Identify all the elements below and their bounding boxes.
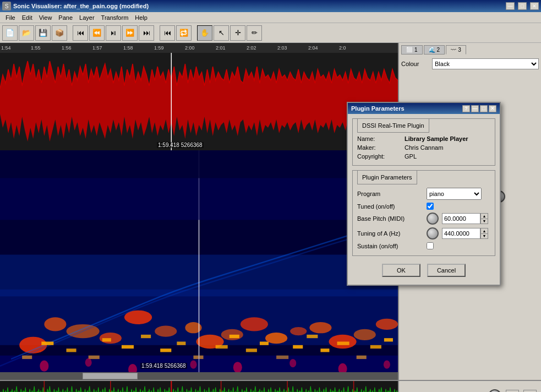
layer-1-icon: ⬜ [406,47,413,53]
loop-button[interactable]: 🔁 [176,25,192,41]
tuned-checkbox[interactable] [427,203,434,210]
dssi-group: DSSI Real-Time Plugin Name: Library Samp… [352,118,495,166]
time-tick-7: 2:01 [216,45,226,51]
save-button[interactable]: 💾 [35,25,51,41]
time-tick-10: 2:04 [308,45,318,51]
dialog-minimize-button[interactable]: — [471,105,479,112]
overview-wave[interactable] [0,381,398,392]
toolbar: 📄 📂 💾 📦 ⏮ ⏪ ⏯ ⏩ ⏭ ⏮ 🔁 ✋ ↖ ✛ ✏ [0,23,541,43]
tuning-spin-down-icon[interactable]: ▼ [481,234,488,239]
spectrogram-scrollbar[interactable] [0,372,398,380]
menu-bar: File Edit View Pane Layer Transform Help [0,12,541,23]
dialog-footer: OK Cancel [352,260,495,280]
minimize-button[interactable]: — [506,2,515,10]
base-pitch-spin: ▲ ▼ [442,213,488,224]
svg-rect-34 [260,342,269,345]
svg-rect-29 [177,342,185,345]
svg-rect-27 [141,335,151,338]
svg-rect-38 [320,349,329,352]
close-button[interactable]: ✕ [530,2,539,10]
svg-rect-37 [307,335,318,338]
select-tool-button[interactable]: ↖ [214,25,229,41]
svg-point-6 [44,317,66,331]
base-pitch-knob[interactable] [427,213,439,225]
window-title: Sonic Visualiser: after_the_pain.ogg (mo… [13,3,502,9]
title-bar: S Sonic Visualiser: after_the_pain.ogg (… [0,0,541,12]
dssi-group-label: DSSI Real-Time Plugin [357,118,429,133]
tuning-a-knob[interactable] [427,227,439,239]
fast-forward-button[interactable]: ⏩ [122,25,138,41]
dialog-maximize-button[interactable]: □ [480,105,488,112]
time-tick-4: 1:58 [123,45,133,51]
open-button[interactable]: 📂 [19,25,34,41]
record-start-button[interactable]: ⏮ [160,25,175,41]
layer-tab-2[interactable]: 🌊 2 [424,45,445,55]
cancel-button[interactable]: Cancel [427,264,466,277]
copyright-label: Copyright: [357,153,401,160]
program-label: Program [357,190,423,197]
params-group-label: Plugin Parameters [357,170,417,184]
spectrogram-canvas[interactable]: 1:59.418 5266368 [0,150,398,380]
base-pitch-row: Base Pitch (MIDI) ▲ ▼ [357,213,490,225]
dialog-help-button[interactable]: ? [462,105,470,112]
svg-rect-25 [102,338,111,341]
name-value: Library Sample Player [405,135,468,142]
time-tick-6: 2:00 [185,45,195,51]
maximize-button[interactable]: □ [518,2,527,10]
ok-button[interactable]: OK [382,264,420,277]
play-pause-button[interactable]: ⏯ [106,25,121,41]
new-button[interactable]: 📄 [2,25,18,41]
waveform-canvas[interactable]: 1:54 1:55 1:56 1:57 1:58 1:59 2:00 2:01 … [0,43,398,150]
layer-tab-3[interactable]: 〰 3 [446,45,466,55]
tuning-spin-up-icon[interactable]: ▲ [481,228,488,234]
dialog-close-button[interactable]: ✕ [489,105,496,112]
menu-help[interactable]: Help [132,13,151,22]
time-tick-3: 1:57 [92,45,102,51]
menu-file[interactable]: File [2,13,19,22]
menu-transform[interactable]: Transform [98,13,132,22]
program-select[interactable]: piano organ strings brass [427,188,482,200]
spectrogram-position-label: 1:59.418 5266368 [140,363,187,369]
svg-point-10 [155,325,177,336]
waveform-display[interactable]: // Generate waveform path - we'll do thi… [0,53,398,150]
overview-hash-btn[interactable]: # [506,390,519,393]
layer-tab-1[interactable]: ⬜ 1 [401,45,423,55]
draw-tool-button[interactable]: ✏ [247,25,262,41]
base-pitch-input[interactable] [442,213,480,224]
svg-rect-45 [0,150,398,178]
svg-rect-26 [122,345,134,349]
svg-rect-28 [160,349,171,352]
layer-3-icon: 〰 [451,47,456,53]
colour-select[interactable]: Black White Red Blue Green [432,58,539,69]
menu-edit[interactable]: Edit [19,13,36,22]
svg-rect-62 [0,381,398,392]
overview-volume-knob[interactable] [488,389,501,393]
maker-label: Maker: [357,144,401,151]
svg-point-54 [384,361,390,369]
base-pitch-spin-btn[interactable]: ▲ ▼ [480,213,488,224]
time-tick-2: 1:56 [62,45,72,51]
overview-circle-btn[interactable]: ○ [523,390,537,393]
tuning-a-input[interactable] [442,228,480,239]
fast-forward-end-button[interactable]: ⏭ [139,25,154,41]
menu-pane[interactable]: Pane [55,13,76,22]
svg-point-51 [233,362,242,373]
time-tick-9: 2:03 [277,45,287,51]
svg-point-17 [309,322,331,333]
rewind-button[interactable]: ⏪ [89,25,105,41]
base-pitch-label: Base Pitch (MIDI) [357,215,423,222]
crosshair-tool-button[interactable]: ✛ [230,25,245,41]
rewind-start-button[interactable]: ⏮ [73,25,88,41]
menu-layer[interactable]: Layer [76,13,98,22]
layer-3-label: 3 [458,47,461,53]
menu-view[interactable]: View [36,13,56,22]
program-row: Program piano organ strings brass [357,188,490,200]
waveform-position-label: 1:59.418 5266368 [157,142,204,148]
sustain-checkbox[interactable] [427,242,434,249]
tuning-a-spin-btn[interactable]: ▲ ▼ [480,228,488,239]
layer-1-label: 1 [414,47,418,53]
export-button[interactable]: 📦 [52,25,67,41]
spin-down-icon[interactable]: ▼ [481,219,488,224]
navigate-tool-button[interactable]: ✋ [197,25,212,41]
spin-up-icon[interactable]: ▲ [481,214,488,219]
